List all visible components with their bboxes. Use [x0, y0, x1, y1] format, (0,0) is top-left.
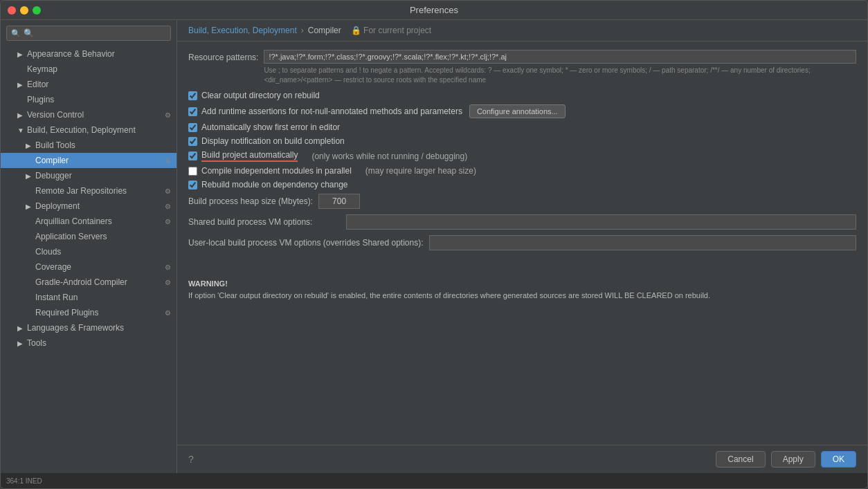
preferences-window: Preferences 🔍 ▶ Appearance & Behavior Ke…: [0, 0, 868, 489]
sidebar-item-label: Gradle-Android Compiler: [35, 277, 127, 287]
sidebar-item-label: Build Tools: [35, 140, 75, 150]
heap-size-input[interactable]: [318, 194, 360, 209]
sidebar-item-label: Clouds: [35, 247, 61, 257]
arrow-icon: ▼: [17, 127, 24, 134]
sidebar-item-label: Deployment: [35, 201, 80, 211]
checkbox-compile-parallel-row: Compile independent modules in parallel …: [188, 166, 856, 176]
bottom-bar: ? Cancel Apply OK: [177, 445, 867, 473]
runtime-assertions-label: Add runtime assertions for not-null-anno…: [201, 107, 462, 116]
sidebar-item-remote-jar[interactable]: Remote Jar Repositories ⚙: [1, 183, 177, 199]
sidebar-item-required-plugins[interactable]: Required Plugins ⚙: [1, 305, 177, 320]
minimize-button[interactable]: [20, 6, 28, 15]
resource-patterns-row: Resource patterns: Use ; to separate pat…: [188, 50, 856, 85]
build-auto-checkbox-wrap: Build project automatically: [188, 150, 298, 162]
notification-build-checkbox[interactable]: [188, 137, 197, 146]
settings-badge: ⚙: [165, 279, 171, 286]
checkbox-clear-output: Clear output directory on rebuild: [188, 91, 856, 100]
sidebar-item-label: Editor: [27, 80, 48, 89]
help-icon[interactable]: ?: [188, 454, 194, 465]
lock-icon: 🔒: [351, 26, 361, 35]
sidebar: 🔍 ▶ Appearance & Behavior Keymap ▶ Edito…: [1, 20, 177, 473]
settings-badge: ⚙: [165, 264, 171, 271]
search-input[interactable]: [24, 28, 166, 38]
resource-patterns-label: Resource patterns:: [188, 50, 258, 62]
sidebar-item-version-control[interactable]: ▶ Version Control ⚙: [1, 107, 177, 122]
sidebar-item-label: Languages & Frameworks: [27, 323, 124, 333]
ok-button[interactable]: OK: [821, 451, 856, 468]
sidebar-item-label: Version Control: [27, 110, 84, 120]
sidebar-item-compiler[interactable]: Compiler ⚙: [1, 153, 177, 168]
sidebar-item-label: Compiler: [35, 156, 69, 165]
heap-size-label: Build process heap size (Mbytes):: [188, 196, 313, 206]
arrow-icon: ▶: [17, 340, 24, 347]
arrow-icon: ▶: [26, 172, 33, 180]
shared-vm-input[interactable]: [346, 214, 856, 230]
show-first-error-checkbox[interactable]: [188, 123, 197, 132]
sidebar-item-languages[interactable]: ▶ Languages & Frameworks: [1, 320, 177, 335]
sidebar-item-label: Tools: [27, 338, 46, 348]
sidebar-item-keymap[interactable]: Keymap: [1, 62, 177, 77]
rebuild-dependency-checkbox[interactable]: [188, 181, 197, 190]
sidebar-item-gradle-android[interactable]: Gradle-Android Compiler ⚙: [1, 275, 177, 290]
user-vm-input[interactable]: [429, 235, 857, 250]
breadcrumb-link-1[interactable]: Build, Execution, Deployment: [188, 26, 297, 35]
resource-patterns-hint: Use ; to separate patterns and ! to nega…: [264, 66, 856, 85]
apply-button[interactable]: Apply: [771, 451, 815, 468]
configure-annotations-button[interactable]: Configure annotations...: [469, 104, 566, 118]
sidebar-item-label: Debugger: [35, 171, 72, 181]
breadcrumb: Build, Execution, Deployment › Compiler …: [177, 20, 867, 41]
checkbox-build-auto-row: Build project automatically (only works …: [188, 150, 856, 162]
sidebar-item-coverage[interactable]: Coverage ⚙: [1, 259, 177, 275]
clear-output-checkbox[interactable]: [188, 91, 197, 100]
settings-badge: ⚙: [165, 218, 171, 225]
maximize-button[interactable]: [33, 6, 41, 15]
heap-size-row: Build process heap size (Mbytes):: [188, 194, 856, 209]
sidebar-item-label: Required Plugins: [35, 308, 98, 317]
resource-input-wrap: Use ; to separate patterns and ! to nega…: [264, 50, 856, 85]
checkbox-runtime-assertions: Add runtime assertions for not-null-anno…: [188, 104, 856, 118]
sidebar-item-label: Plugins: [27, 95, 54, 104]
compile-parallel-checkbox[interactable]: [188, 167, 197, 176]
sidebar-item-arquillian[interactable]: Arquillian Containers ⚙: [1, 214, 177, 229]
search-wrap[interactable]: 🔍: [6, 26, 171, 41]
arrow-icon: ▶: [17, 50, 24, 58]
build-auto-note: (only works while not running / debuggin…: [311, 151, 467, 161]
close-button[interactable]: [8, 6, 16, 15]
window-title: Preferences: [410, 5, 458, 15]
show-first-error-label: Automatically show first error in editor: [201, 122, 340, 132]
sidebar-item-build-execution[interactable]: ▼ Build, Execution, Deployment: [1, 122, 177, 138]
runtime-assertions-checkbox[interactable]: [188, 107, 197, 116]
arrow-icon: ▶: [26, 142, 33, 149]
sidebar-item-editor[interactable]: ▶ Editor: [1, 77, 177, 92]
sidebar-item-app-servers[interactable]: Application Servers: [1, 229, 177, 244]
status-bar: 364:1 INED: [1, 473, 867, 488]
sidebar-item-appearance[interactable]: ▶ Appearance & Behavior: [1, 46, 177, 62]
checkbox-notification-build: Display notification on build completion: [188, 136, 856, 146]
content-area: 🔍 ▶ Appearance & Behavior Keymap ▶ Edito…: [1, 20, 867, 473]
sidebar-item-clouds[interactable]: Clouds: [1, 244, 177, 259]
sidebar-item-instant-run[interactable]: Instant Run: [1, 290, 177, 305]
sidebar-item-build-tools[interactable]: ▶ Build Tools: [1, 138, 177, 153]
sidebar-item-tools[interactable]: ▶ Tools: [1, 335, 177, 351]
sidebar-item-deployment[interactable]: ▶ Deployment ⚙: [1, 199, 177, 214]
search-bar: 🔍: [1, 20, 177, 46]
compile-parallel-note: (may require larger heap size): [365, 166, 476, 176]
search-icon: 🔍: [11, 29, 21, 38]
shared-vm-label: Shared build process VM options:: [188, 217, 341, 227]
settings-badge: ⚙: [165, 111, 171, 119]
breadcrumb-current: Compiler: [308, 26, 341, 35]
main-panel: Build, Execution, Deployment › Compiler …: [177, 20, 867, 473]
sidebar-item-debugger[interactable]: ▶ Debugger: [1, 168, 177, 183]
breadcrumb-arrow: ›: [301, 26, 304, 35]
sidebar-item-label: Keymap: [27, 64, 57, 74]
build-auto-checkbox[interactable]: [188, 151, 197, 160]
window-controls: [8, 6, 41, 15]
resource-patterns-input[interactable]: [264, 50, 856, 64]
settings-content: Resource patterns: Use ; to separate pat…: [177, 41, 867, 445]
user-vm-label: User-local build process VM options (ove…: [188, 238, 424, 248]
sidebar-item-plugins[interactable]: Plugins: [1, 92, 177, 107]
user-vm-row: User-local build process VM options (ove…: [188, 235, 856, 250]
sidebar-item-label: Appearance & Behavior: [27, 49, 115, 59]
warning-box: WARNING! If option 'Clear output directo…: [188, 278, 856, 301]
cancel-button[interactable]: Cancel: [716, 451, 765, 468]
